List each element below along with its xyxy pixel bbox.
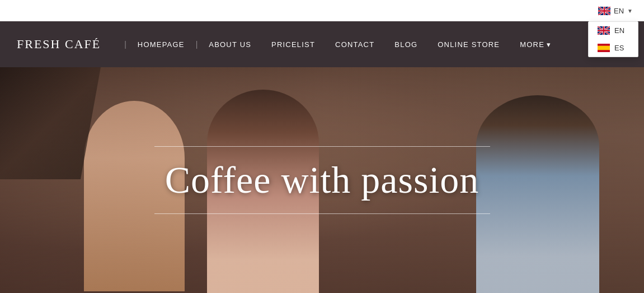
language-selector[interactable]: EN ▼ — [598, 7, 633, 15]
language-dropdown: EN ES — [588, 21, 638, 57]
current-lang-label: EN — [614, 7, 624, 15]
nav-item-homepage[interactable]: HOMEPAGE — [128, 40, 195, 49]
hero-line-bottom — [154, 213, 490, 214]
chevron-down-icon: ▼ — [627, 8, 633, 14]
svg-rect-3 — [598, 46, 610, 50]
navbar: FRESH CAFÉ | HOMEPAGE | ABOUT US PRICELI… — [0, 21, 644, 67]
hero-line-top — [154, 146, 490, 147]
nav-item-blog[interactable]: BLOG — [384, 40, 427, 49]
more-chevron-icon: ▾ — [547, 40, 551, 49]
nav-item-pricelist[interactable]: PRICELIST — [261, 40, 325, 49]
lang-es-label: ES — [614, 44, 624, 52]
nav-item-about-us[interactable]: ABOUT US — [199, 40, 261, 49]
lang-en-label: EN — [614, 26, 624, 35]
lang-option-en[interactable]: EN — [589, 22, 638, 39]
flag-uk-small-icon — [598, 26, 610, 35]
flag-uk-icon — [598, 7, 610, 15]
nav-links: | HOMEPAGE | ABOUT US PRICELIST CONTACT … — [123, 40, 627, 49]
flag-es-icon — [598, 44, 610, 52]
nav-separator-1: | — [124, 40, 126, 49]
nav-separator-2: | — [196, 40, 198, 49]
hero-section: Coffee with passion — [0, 67, 644, 293]
hero-title: Coffee with passion — [165, 158, 480, 202]
top-bar: EN ▼ EN ES — [0, 0, 644, 21]
hero-content: Coffee with passion — [0, 67, 644, 293]
nav-item-contact[interactable]: CONTACT — [325, 40, 384, 49]
site-logo[interactable]: FRESH CAFÉ — [17, 37, 101, 52]
nav-item-more[interactable]: MORE ▾ — [510, 40, 561, 49]
nav-item-online-store[interactable]: ONLINE STORE — [427, 40, 510, 49]
lang-option-es[interactable]: ES — [589, 39, 638, 57]
